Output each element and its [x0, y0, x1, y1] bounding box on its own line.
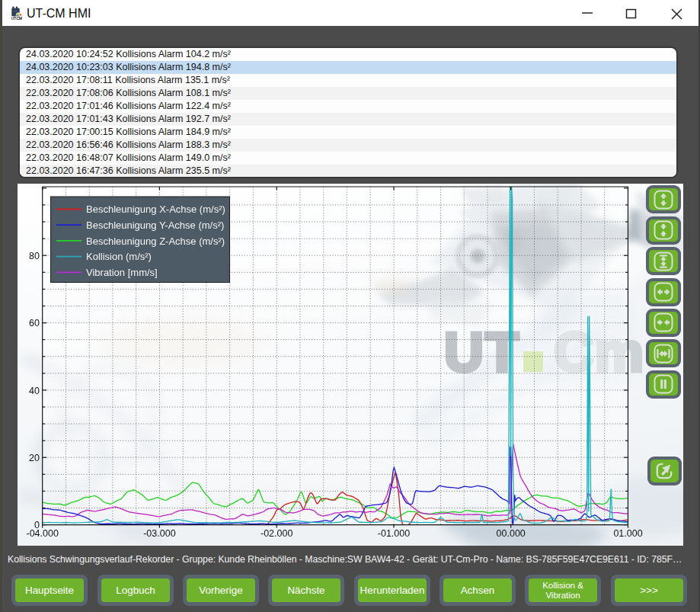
- svg-text:80: 80: [29, 251, 40, 261]
- svg-text:20: 20: [29, 453, 40, 463]
- svg-text:Beschleunigung X-Achse (m/s²): Beschleunigung X-Achse (m/s²): [86, 203, 225, 215]
- svg-text:-01.000: -01.000: [378, 528, 410, 539]
- svg-text:Beschleunigung Z-Achse (m/s²): Beschleunigung Z-Achse (m/s²): [86, 236, 225, 247]
- svg-text:60: 60: [29, 318, 40, 328]
- svg-text:00.000: 00.000: [497, 528, 526, 539]
- svg-text:40: 40: [29, 386, 40, 396]
- svg-text:01.000: 01.000: [613, 528, 642, 539]
- svg-text:Vibration [mm/s]: Vibration [mm/s]: [86, 267, 158, 278]
- svg-text:-02.000: -02.000: [261, 528, 292, 539]
- svg-text:UT.CM: UT.CM: [11, 16, 22, 21]
- svg-text:-03.000: -03.000: [143, 528, 175, 539]
- svg-text:Kollision (m/s²): Kollision (m/s²): [86, 251, 152, 262]
- svg-text:-04.000: -04.000: [26, 528, 58, 539]
- svg-text:Beschleunigung Y-Achse (m/s²): Beschleunigung Y-Achse (m/s²): [86, 219, 224, 231]
